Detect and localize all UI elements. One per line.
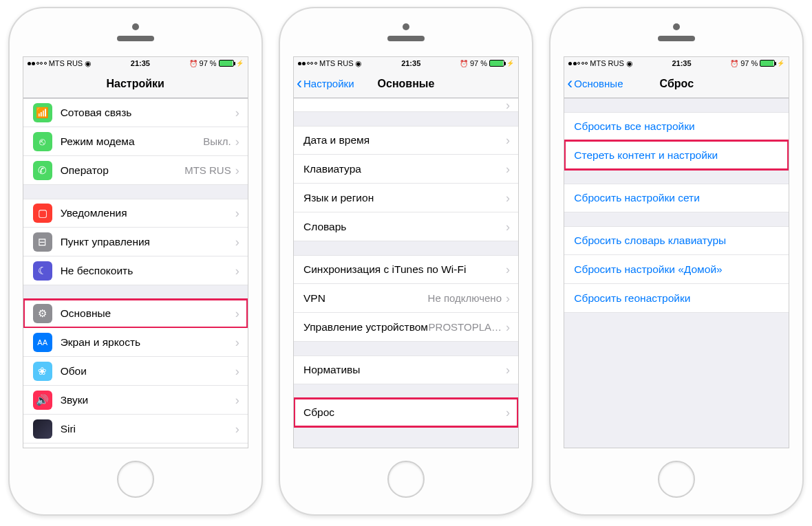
row-label: Дата и время [303, 134, 506, 146]
wifi-icon: ◉ [85, 59, 92, 68]
home-button[interactable] [387, 461, 425, 498]
row-dictionary[interactable]: Словарь› [294, 212, 518, 241]
content-2[interactable]: Ограничения Выкл. › Дата и время›Клавиат… [294, 98, 518, 448]
content-3[interactable]: Сбросить все настройкиСтереть контент и … [564, 98, 789, 448]
row-keyboard[interactable]: Клавиатура› [294, 155, 518, 184]
page-title: Сброс [660, 78, 694, 90]
row-touchid[interactable]: ◉Touch ID и код-пароль› [23, 443, 248, 448]
row-reset-home[interactable]: Сбросить настройки «Домой» [564, 255, 789, 284]
row-carrier[interactable]: ✆ОператорMTS RUS› [23, 156, 248, 185]
chevron-right-icon: › [235, 423, 239, 435]
group-connectivity: 📶Сотовая связь›⎋Режим модемаВыкл.›✆Опера… [23, 98, 248, 185]
nav-back-button[interactable]: ‹ Основные [567, 69, 623, 98]
carrier-label: MTS RUS [319, 59, 354, 67]
row-label: Звуки [61, 394, 235, 406]
display-icon: AA [33, 333, 52, 352]
hotspot-icon: ⎋ [33, 132, 52, 151]
carrier-label: MTS RUS [49, 59, 83, 67]
nav-back-label: Основные [574, 78, 623, 89]
chevron-right-icon: › [235, 307, 239, 320]
phone-top [10, 8, 261, 56]
row-label: Siri [61, 423, 235, 435]
group-system: ⚙Основные›AAЭкран и яркость›❀Обои›🔊Звуки… [23, 299, 248, 448]
alarm-icon: ⏰ [730, 60, 738, 67]
carrier-label: MTS RUS [590, 59, 624, 67]
chevron-right-icon: › [506, 321, 510, 333]
content-1[interactable]: 📶Сотовая связь›⎋Режим модемаВыкл.›✆Опера… [23, 98, 248, 448]
row-device-mgmt[interactable]: Управление устройствомPROSTOPLA…› [294, 313, 518, 342]
row-value: Выкл. [203, 135, 231, 147]
row-label: Стереть контент и настройки [574, 149, 789, 162]
row-label: Сбросить настройки «Домой» [574, 263, 789, 276]
row-label: Синхронизация с iTunes по Wi-Fi [303, 263, 506, 276]
status-time: 21:35 [401, 59, 420, 67]
camera-dot [132, 23, 139, 30]
row-sounds[interactable]: 🔊Звуки› [23, 386, 248, 415]
row-dnd[interactable]: ☾Не беспокоить› [23, 256, 248, 285]
row-wallpaper[interactable]: ❀Обои› [23, 357, 248, 386]
row-lang[interactable]: Язык и регион› [294, 184, 518, 212]
screen-1: MTS RUS ◉ 21:35 ⏰ 97 % ⚡ Настройки 📶Сото… [23, 56, 248, 448]
status-bar: MTS RUS ◉ 21:35 ⏰ 97 % ⚡ [23, 57, 248, 69]
row-itunes-wifi[interactable]: Синхронизация с iTunes по Wi-Fi› [294, 255, 518, 284]
row-reset-keyboard[interactable]: Сбросить словарь клавиатуры [564, 226, 789, 255]
phone-frame-2: MTS RUS ◉ 21:35 ⏰ 97 % ⚡ ‹ Настройки Осн… [279, 7, 533, 516]
group-notifications: ▢Уведомления›⊟Пункт управления›☾Не беспо… [23, 199, 248, 285]
chevron-right-icon: › [506, 192, 510, 204]
row-display[interactable]: AAЭкран и яркость› [23, 328, 248, 357]
home-button[interactable] [117, 461, 154, 498]
charging-icon: ⚡ [506, 60, 514, 67]
camera-dot [403, 23, 409, 30]
home-button[interactable] [658, 461, 695, 498]
dnd-icon: ☾ [33, 261, 52, 281]
notifications-icon: ▢ [33, 204, 52, 223]
row-hotspot[interactable]: ⎋Режим модемаВыкл.› [23, 127, 248, 156]
alarm-icon: ⏰ [460, 60, 468, 67]
row-label: Основные [61, 307, 235, 320]
group-localization: Дата и время›Клавиатура›Язык и регион›Сл… [294, 126, 518, 241]
row-restrictions[interactable]: Ограничения Выкл. › [294, 98, 518, 112]
control-center-icon: ⊟ [33, 232, 52, 252]
battery-pct: 97 % [200, 59, 217, 67]
row-label: Сброс [303, 406, 506, 419]
row-reset-location[interactable]: Сбросить геонастройки [564, 284, 789, 313]
wallpaper-icon: ❀ [33, 362, 52, 381]
row-vpn[interactable]: VPNНе подключено› [294, 284, 518, 313]
row-erase-all[interactable]: Стереть контент и настройки [564, 141, 789, 170]
row-control-center[interactable]: ⊟Пункт управления› [23, 228, 248, 256]
chevron-right-icon: › [235, 394, 239, 406]
row-label: Пункт управления [61, 236, 235, 248]
row-siri[interactable]: Siri› [23, 415, 248, 443]
signal-dots-icon [568, 62, 588, 65]
group-sync: Синхронизация с iTunes по Wi-Fi›VPNНе по… [294, 255, 518, 342]
row-label: Сбросить все настройки [574, 120, 789, 133]
row-cellular[interactable]: 📶Сотовая связь› [23, 98, 248, 127]
alarm-icon: ⏰ [189, 60, 197, 67]
row-datetime[interactable]: Дата и время› [294, 126, 518, 155]
row-label: Клавиатура [303, 163, 506, 175]
row-label: VPN [303, 292, 428, 305]
page-title: Основные [378, 78, 435, 90]
row-label: Словарь [303, 221, 506, 233]
row-reset-all[interactable]: Сбросить все настройки [564, 112, 789, 141]
charging-icon: ⚡ [236, 60, 244, 67]
row-reset-network[interactable]: Сбросить настройки сети [564, 184, 789, 212]
siri-icon [33, 419, 52, 439]
row-general[interactable]: ⚙Основные› [23, 299, 248, 328]
status-bar: MTS RUS ◉ 21:35 ⏰ 97 % ⚡ [564, 57, 789, 69]
nav-back-button[interactable]: ‹ Настройки [297, 69, 354, 98]
row-label: Сбросить словарь клавиатуры [574, 234, 789, 247]
chevron-right-icon: › [506, 263, 510, 276]
nav-bar: ‹ Настройки Основные [294, 69, 518, 98]
chevron-right-icon: › [506, 134, 510, 146]
chevron-right-icon: › [235, 107, 239, 119]
row-reset[interactable]: Сброс› [294, 398, 518, 427]
status-bar: MTS RUS ◉ 21:35 ⏰ 97 % ⚡ [294, 57, 518, 69]
group-reset-other: Сбросить словарь клавиатурыСбросить наст… [564, 226, 789, 313]
row-notifications[interactable]: ▢Уведомления› [23, 199, 248, 228]
row-value: MTS RUS [184, 164, 231, 176]
signal-dots-icon [298, 62, 317, 65]
screen-3: MTS RUS ◉ 21:35 ⏰ 97 % ⚡ ‹ Основные Сбро… [564, 56, 789, 448]
row-regulatory[interactable]: Нормативы› [294, 355, 518, 384]
row-label: Уведомления [61, 207, 235, 219]
